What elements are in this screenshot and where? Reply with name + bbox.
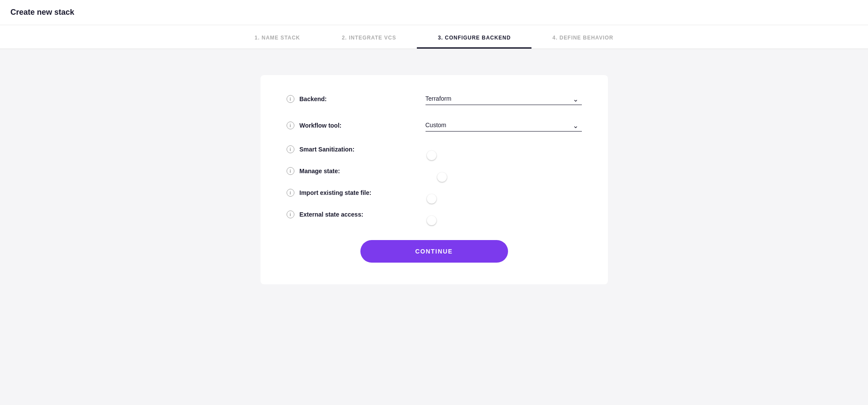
workflow-tool-row: i Workflow tool: Custom Default ⌄ [287,119,582,132]
smart-sanitization-row: i Smart Sanitization: [287,145,582,153]
external-state-access-row: i External state access: [287,211,582,218]
page-title: Create new stack [0,0,868,25]
workflow-tool-select[interactable]: Custom Default [426,119,582,132]
external-state-access-label: External state access: [300,211,363,218]
workflow-tool-info-icon[interactable]: i [287,122,294,129]
workflow-tool-control: Custom Default ⌄ [426,119,582,132]
stepper: 1. NAME STACK 2. INTEGRATE VCS 3. CONFIG… [0,25,868,49]
step-define-behavior[interactable]: 4. DEFINE BEHAVIOR [531,25,634,49]
step-name-stack[interactable]: 1. NAME STACK [234,25,321,49]
backend-info-icon[interactable]: i [287,95,294,103]
backend-row: i Backend: Terraform OpenTofu Pulumi Clo… [287,92,582,105]
import-state-file-row: i Import existing state file: [287,189,582,197]
smart-sanitization-info-icon[interactable]: i [287,145,294,153]
external-state-access-info-icon[interactable]: i [287,211,294,218]
continue-button-wrapper: CONTINUE [287,240,582,263]
form-section: i Backend: Terraform OpenTofu Pulumi Clo… [261,75,608,284]
step-configure-backend[interactable]: 3. CONFIGURE BACKEND [417,25,531,49]
manage-state-label: Manage state: [300,168,340,175]
manage-state-info-icon[interactable]: i [287,167,294,175]
workflow-tool-label: Workflow tool: [300,122,342,129]
continue-button[interactable]: CONTINUE [360,240,508,263]
step-integrate-vcs[interactable]: 2. INTEGRATE VCS [321,25,417,49]
import-state-file-info-icon[interactable]: i [287,189,294,197]
manage-state-row: i Manage state: [287,167,582,175]
backend-label: Backend: [300,95,327,102]
import-state-file-label: Import existing state file: [300,189,372,196]
main-content: i Backend: Terraform OpenTofu Pulumi Clo… [174,49,695,310]
backend-select[interactable]: Terraform OpenTofu Pulumi CloudFormation… [426,92,582,105]
backend-control: Terraform OpenTofu Pulumi CloudFormation… [426,92,582,105]
smart-sanitization-label: Smart Sanitization: [300,146,355,153]
